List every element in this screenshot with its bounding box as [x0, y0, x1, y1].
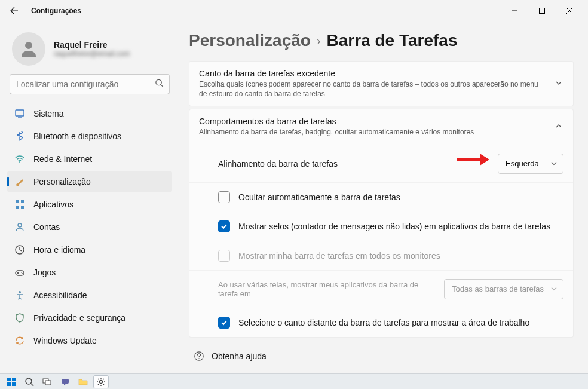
taskbar-chat[interactable] — [57, 375, 73, 388]
far-corner-row: Selecione o canto distante da barra de t… — [189, 308, 573, 337]
clock-icon — [14, 244, 25, 255]
overflow-corner-header[interactable]: Canto da barra de tarefas excedente Esco… — [189, 62, 573, 106]
option-label: Ocultar automaticamente a barra de taref… — [238, 192, 564, 202]
nav-label: Aplicativos — [33, 200, 74, 209]
svg-rect-19 — [7, 382, 11, 386]
multi-screen-dropdown: Todas as barras de tarefas — [444, 279, 564, 299]
nav-label: Contas — [33, 222, 60, 232]
card-subtitle: Alinhamento da barra de tarefas, badging… — [199, 127, 547, 137]
close-button[interactable] — [556, 1, 583, 20]
minimize-button[interactable] — [501, 1, 528, 20]
title-bar: Configurações — [0, 0, 588, 22]
chevron-up-icon — [555, 121, 562, 132]
svg-point-14 — [19, 291, 21, 293]
svg-rect-3 — [16, 110, 24, 116]
back-button[interactable] — [5, 1, 24, 20]
arrow-left-icon — [10, 6, 19, 16]
option-label: Mostrar minha barra de tarefas em todos … — [238, 251, 564, 261]
nav-label: Jogos — [33, 268, 56, 277]
maximize-icon — [539, 8, 545, 14]
all-monitors-checkbox — [218, 250, 230, 262]
svg-point-2 — [156, 79, 161, 85]
window-controls — [501, 1, 583, 20]
close-icon — [566, 8, 572, 14]
badges-row: Mostrar selos (contador de mensagens não… — [189, 212, 573, 241]
svg-point-4 — [19, 161, 20, 163]
chevron-down-icon — [555, 78, 562, 89]
nav-label: Bluetooth e dispositivos — [33, 131, 121, 141]
user-icon — [14, 222, 25, 232]
breadcrumb-parent[interactable]: Personalização — [189, 31, 311, 50]
svg-rect-0 — [540, 8, 545, 14]
bluetooth-icon — [14, 131, 25, 142]
chat-icon — [60, 377, 70, 387]
card-subtitle: Escolha quais ícones podem aparecer no c… — [199, 79, 547, 99]
svg-rect-23 — [45, 381, 51, 385]
nav-item-apps[interactable]: Aplicativos — [7, 194, 172, 215]
svg-rect-5 — [16, 200, 19, 203]
get-help-link[interactable]: Obtenha ajuda — [189, 340, 574, 366]
nav-item-access[interactable]: Acessibilidade — [7, 284, 172, 306]
nav-item-system[interactable]: Sistema — [7, 103, 172, 124]
user-name: Raquel Freire — [54, 40, 130, 50]
chevron-right-icon: › — [317, 34, 321, 48]
chevron-down-icon — [551, 284, 557, 293]
gear-icon — [96, 377, 106, 387]
taskbar-settings[interactable] — [93, 375, 109, 388]
dropdown-value: Todas as barras de tarefas — [452, 284, 544, 293]
maximize-button[interactable] — [528, 1, 556, 20]
taskbar-explorer[interactable] — [75, 375, 91, 388]
nav-item-brush[interactable]: Personalização — [7, 171, 172, 192]
svg-rect-6 — [21, 200, 24, 203]
nav-item-game[interactable]: Jogos — [7, 262, 172, 283]
nav-item-wifi[interactable]: Rede & Internet — [7, 148, 172, 170]
overflow-corner-card: Canto da barra de tarefas excedente Esco… — [189, 61, 574, 106]
nav-item-clock[interactable]: Hora e idioma — [7, 239, 172, 261]
search-input[interactable] — [10, 74, 170, 94]
apps-icon — [14, 199, 25, 210]
multi-screen-row: Ao usar várias telas, mostrar meus aplic… — [189, 271, 573, 308]
autohide-checkbox[interactable] — [218, 191, 230, 203]
svg-point-21 — [26, 378, 32, 384]
badges-checkbox[interactable] — [218, 220, 230, 232]
taskbar-start[interactable] — [4, 375, 19, 388]
nav-item-user[interactable]: Contas — [7, 216, 172, 238]
far-corner-checkbox[interactable] — [218, 317, 230, 329]
svg-point-9 — [18, 223, 22, 227]
taskbar-behaviors-header[interactable]: Comportamentos da barra de tarefas Alinh… — [189, 109, 573, 144]
nav-item-shield[interactable]: Privacidade e segurança — [7, 307, 172, 329]
svg-rect-17 — [7, 378, 11, 381]
nav-label: Sistema — [33, 109, 64, 118]
nav-label: Acessibilidade — [33, 290, 87, 300]
nav-label: Windows Update — [33, 336, 97, 345]
taskbar-behaviors-card: Comportamentos da barra de tarefas Alinh… — [189, 109, 574, 337]
help-label: Obtenha ajuda — [212, 351, 267, 361]
help-icon — [194, 351, 204, 362]
svg-rect-24 — [62, 379, 69, 384]
user-info: Raquel Freire raquelfreire@email.com — [54, 40, 130, 58]
taskbar-task-view[interactable] — [39, 375, 55, 388]
search-icon — [155, 79, 164, 90]
svg-point-1 — [25, 42, 32, 49]
nav-label: Privacidade e segurança — [33, 313, 125, 323]
avatar — [12, 32, 45, 66]
taskbar-search[interactable] — [22, 375, 37, 388]
taskbar-alignment-dropdown[interactable]: Esquerda — [498, 154, 564, 174]
search-icon — [24, 377, 34, 387]
user-email: raquelfreire@email.com — [54, 50, 130, 58]
nav-list: SistemaBluetooth e dispositivosRede & In… — [7, 100, 172, 373]
option-label: Selecione o canto distante da barra de t… — [238, 318, 564, 327]
chevron-down-icon — [551, 159, 557, 168]
user-profile[interactable]: Raquel Freire raquelfreire@email.com — [7, 29, 172, 74]
nav-item-bluetooth[interactable]: Bluetooth e dispositivos — [7, 125, 172, 147]
svg-rect-7 — [16, 206, 19, 209]
card-title: Canto da barra de tarefas excedente — [199, 69, 547, 78]
svg-rect-20 — [12, 382, 16, 386]
game-icon — [14, 267, 25, 278]
card-title: Comportamentos da barra de tarefas — [199, 117, 547, 126]
nav-item-update[interactable]: Windows Update — [7, 330, 172, 351]
wifi-icon — [14, 154, 25, 164]
windows-icon — [7, 377, 16, 387]
svg-rect-18 — [12, 378, 16, 381]
main-content: Personalização › Barra de Tarefas Canto … — [179, 22, 588, 373]
